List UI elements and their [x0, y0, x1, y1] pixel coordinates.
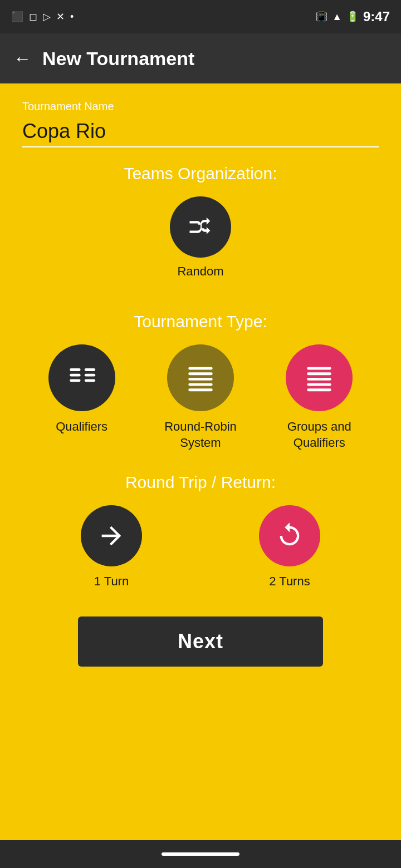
type-option-qualifiers[interactable]: Qualifiers: [22, 344, 141, 435]
qualifiers-icon: [66, 362, 98, 394]
status-bar: ⬛ ◻ ▷ ✕ • 📳 ▲ 🔋 9:47: [0, 0, 401, 33]
turn-option-1[interactable]: 1 Turn: [22, 505, 200, 589]
svg-rect-8: [188, 378, 213, 381]
time-display: 9:47: [363, 9, 390, 24]
two-turns-circle: [259, 505, 320, 566]
svg-rect-12: [307, 372, 332, 375]
svg-rect-4: [84, 374, 95, 377]
tournament-name-field-container: Tournament Name: [22, 100, 379, 147]
round-robin-icon: [184, 362, 217, 394]
svg-rect-11: [307, 367, 332, 370]
youtube-icon: ▷: [43, 11, 51, 23]
home-indicator: [162, 852, 239, 856]
svg-rect-2: [70, 379, 80, 382]
dot-icon: •: [70, 11, 74, 23]
bottom-bar: [0, 840, 401, 868]
instagram-icon: ◻: [29, 11, 37, 23]
svg-rect-3: [84, 368, 95, 371]
svg-rect-15: [307, 388, 332, 391]
random-label: Random: [177, 264, 223, 279]
random-button[interactable]: [170, 196, 231, 258]
groups-qualifiers-circle: [286, 344, 353, 411]
round-trip-title: Round Trip / Return:: [22, 473, 379, 492]
svg-rect-6: [188, 367, 213, 370]
svg-rect-1: [70, 374, 80, 377]
shuffle-icon: [186, 213, 215, 241]
teams-org-title: Teams Organization:: [22, 164, 379, 183]
round-trip-section: Round Trip / Return: 1 Turn 2 Turns: [22, 473, 379, 589]
type-option-round-robin[interactable]: Round-Robin System: [141, 344, 260, 451]
tournament-type-title: Tournament Type:: [22, 312, 379, 331]
svg-rect-10: [188, 388, 213, 391]
type-option-groups-qualifiers[interactable]: Groups and Qualifiers: [260, 344, 379, 451]
tournament-name-label: Tournament Name: [22, 100, 379, 113]
tournament-type-section: Tournament Type: Qualifiers: [22, 312, 379, 451]
page-title: New Tournament: [42, 48, 194, 70]
round-robin-label: Round-Robin System: [164, 419, 237, 451]
back-button[interactable]: ←: [13, 50, 31, 67]
svg-rect-5: [84, 379, 95, 382]
battery-icon: 🔋: [346, 11, 359, 23]
turn-option-2[interactable]: 2 Turns: [200, 505, 379, 589]
svg-rect-7: [188, 372, 213, 375]
svg-rect-9: [188, 383, 213, 386]
round-robin-circle: [167, 344, 234, 411]
tournament-name-input[interactable]: [22, 116, 379, 147]
type-options-container: Qualifiers Round-Robin System: [22, 344, 379, 451]
groups-qualifiers-icon: [303, 362, 335, 394]
top-bar: ← New Tournament: [0, 33, 401, 83]
status-right-icons: 📳 ▲ 🔋 9:47: [315, 9, 390, 24]
one-turn-circle: [81, 505, 142, 566]
x-icon: ✕: [56, 11, 65, 23]
svg-rect-14: [307, 383, 332, 386]
refresh-icon: [275, 521, 304, 550]
groups-qualifiers-label: Groups and Qualifiers: [283, 419, 355, 451]
one-turn-label: 1 Turn: [94, 574, 129, 589]
vibrate-icon: 📳: [315, 11, 327, 23]
main-content: Tournament Name Teams Organization: Rand…: [0, 83, 401, 840]
wifi-icon: ▲: [332, 11, 342, 23]
teams-icon: ⬛: [11, 11, 23, 23]
teams-org-section: Teams Organization: Random: [22, 164, 379, 301]
svg-rect-13: [307, 378, 332, 381]
qualifiers-circle: [48, 344, 115, 411]
random-option: Random: [22, 196, 379, 279]
qualifiers-label: Qualifiers: [56, 419, 107, 435]
next-button[interactable]: Next: [78, 617, 323, 667]
arrow-right-icon: [97, 521, 126, 550]
turn-options-container: 1 Turn 2 Turns: [22, 505, 379, 589]
svg-rect-0: [70, 368, 80, 371]
status-left-icons: ⬛ ◻ ▷ ✕ •: [11, 11, 74, 23]
two-turns-label: 2 Turns: [269, 574, 310, 589]
